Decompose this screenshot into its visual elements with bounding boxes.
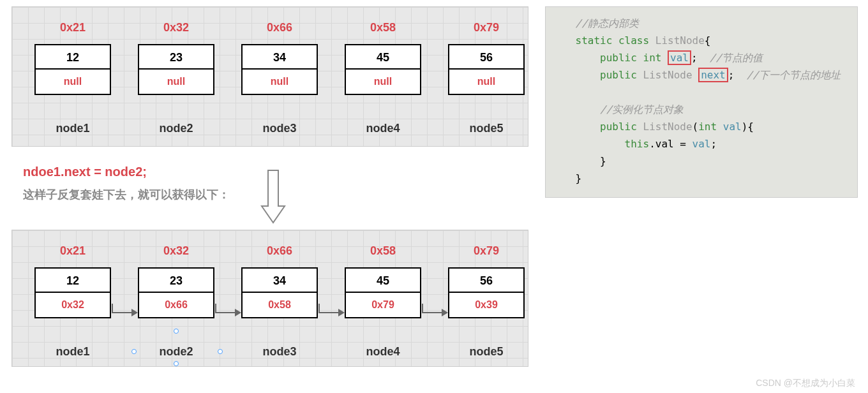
addr-row-2: 0x21 0x32 0x66 0x58 0x79	[34, 244, 525, 258]
selection-handle	[131, 349, 137, 354]
node-ptr: null	[449, 70, 523, 94]
code-line: //静态内部类	[551, 15, 852, 32]
node-address: 0x21	[34, 21, 111, 34]
node-label: node3	[241, 122, 318, 135]
node-ptr: 0x58	[243, 293, 317, 317]
code-comment: //节点的值	[710, 52, 763, 64]
link-arrow-icon	[318, 302, 346, 324]
node-address: 0x66	[241, 21, 318, 34]
node-address: 0x79	[448, 244, 525, 258]
code-line: public int val; //节点的值	[551, 49, 852, 66]
node-box: 34null	[241, 44, 318, 95]
node-address: 0x66	[241, 244, 318, 258]
node-address: 0x32	[138, 244, 214, 258]
node-ptr: null	[139, 70, 213, 94]
node-ptr: null	[243, 70, 317, 94]
node-address: 0x79	[448, 21, 525, 34]
node-box: 450x79	[345, 267, 421, 318]
node-label: node1	[34, 122, 111, 135]
node-val: 56	[449, 269, 523, 293]
node-label: node5	[448, 345, 525, 359]
node-val: 56	[449, 45, 523, 70]
node-address: 0x58	[345, 21, 421, 34]
code-line: static class ListNode{	[551, 32, 852, 49]
selection-handle	[174, 329, 179, 334]
link-arrow-icon	[111, 302, 139, 324]
code-line: }	[551, 170, 852, 187]
selection-handle	[174, 361, 179, 366]
code-comment: //下一个节点的地址	[747, 69, 841, 81]
code-panel: //静态内部类 static class ListNode{ public in…	[545, 6, 858, 198]
code-line	[551, 84, 852, 101]
mid-text: ndoe1.next = node2; 这样子反复套娃下去，就可以获得以下：	[23, 165, 230, 202]
node-box: 56null	[448, 44, 525, 95]
node-label: node2	[138, 345, 214, 359]
diagram-after: 0x21 0x32 0x66 0x58 0x79 120x32 230x66 3…	[11, 230, 528, 367]
box-row-2: 120x32 230x66 340x58 450x79 560x39	[34, 267, 525, 318]
assignment-text: ndoe1.next = node2;	[23, 165, 230, 179]
node-box: 23null	[138, 44, 214, 95]
selection-handle	[218, 349, 223, 354]
node-label: node5	[448, 122, 525, 135]
node-box: 120x32	[34, 267, 111, 318]
node-box: 45null	[345, 44, 421, 95]
label-row-1: node1 node2 node3 node4 node5	[34, 122, 525, 135]
node-val: 34	[243, 269, 317, 293]
node-val: 23	[139, 45, 213, 70]
node-label: node4	[345, 122, 421, 135]
node-val: 34	[243, 45, 317, 70]
code-line: this.val = val;	[551, 135, 852, 152]
node-label: node3	[241, 345, 318, 359]
node-ptr: 0x39	[449, 293, 523, 317]
node-label: node1	[34, 345, 111, 359]
node-box: 560x39	[448, 267, 525, 318]
label-row-2: node1 node2 node3 node4 node5	[34, 345, 525, 359]
diagram-panel: 0x21 0x32 0x66 0x58 0x79 12null 23null 3…	[11, 6, 528, 367]
node-label: node4	[345, 345, 421, 359]
field-val: val	[670, 52, 689, 64]
code-comment: //静态内部类	[576, 17, 639, 29]
node-ptr: null	[36, 70, 110, 94]
field-next: next	[701, 69, 726, 81]
node-address: 0x58	[345, 244, 421, 258]
node-address: 0x32	[138, 21, 214, 34]
link-arrow-icon	[421, 302, 449, 324]
node-val: 12	[36, 45, 110, 70]
node-ptr: 0x66	[139, 293, 213, 317]
node-ptr: 0x32	[36, 293, 110, 317]
node-box: 340x58	[241, 267, 318, 318]
addr-row-1: 0x21 0x32 0x66 0x58 0x79	[34, 21, 525, 34]
code-comment: //实例化节点对象	[600, 103, 684, 115]
code-line: public ListNode next; //下一个节点的地址	[551, 66, 852, 84]
node-label: node2	[138, 122, 214, 135]
watermark: CSDN @不想成为小白菜	[756, 378, 855, 389]
diagram-before: 0x21 0x32 0x66 0x58 0x79 12null 23null 3…	[11, 6, 528, 147]
code-line: //实例化节点对象	[551, 101, 852, 118]
node-ptr: 0x79	[346, 293, 420, 317]
node-val: 45	[346, 45, 420, 70]
node-box: 12null	[34, 44, 111, 95]
node-box: 230x66	[138, 267, 214, 318]
node-val: 12	[36, 269, 110, 293]
description-text: 这样子反复套娃下去，就可以获得以下：	[23, 187, 230, 202]
arrow-down-icon	[260, 168, 286, 228]
node-val: 45	[346, 269, 420, 293]
link-arrow-icon	[214, 302, 243, 324]
node-address: 0x21	[34, 244, 111, 258]
box-row-1: 12null 23null 34null 45null 56null	[34, 44, 525, 95]
node-ptr: null	[346, 70, 420, 94]
code-line: }	[551, 152, 852, 170]
node-val: 23	[139, 269, 213, 293]
code-line: public ListNode(int val){	[551, 118, 852, 135]
